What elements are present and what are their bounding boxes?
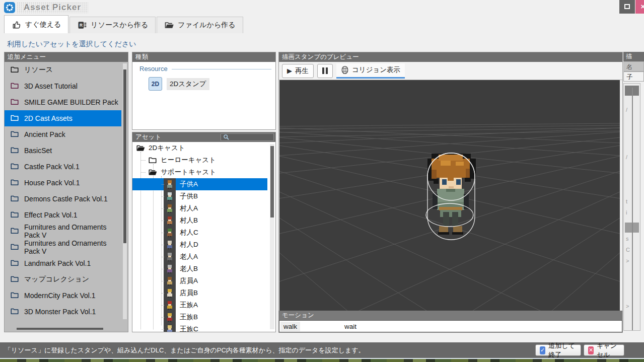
resource-doc-icon: R <box>77 20 87 30</box>
status-bar: 「リソース」に登録したスタンプや、組み込んだDLC、またはご自身のPC内各種素材… <box>0 342 644 358</box>
asset-search-input[interactable] <box>221 133 274 141</box>
sidebar-item[interactable]: ModernCity Pack Vol.1 <box>5 287 121 304</box>
tree-rows: 2Dキャストヒーローキャストサポートキャスト子供A子供B村人A村人B村人C村人D… <box>132 142 275 332</box>
thumbs-up-icon <box>12 20 22 30</box>
asset-panel: アセット 2Dキャストヒーローキャストサポートキャスト子供A子供B村人A村人B村… <box>132 132 276 332</box>
character-sprite-icon <box>164 214 176 227</box>
motion-list: walkwait <box>279 320 622 332</box>
folder-open-icon <box>148 168 158 177</box>
3d-preview-viewport[interactable] <box>279 80 620 311</box>
sidebar-item[interactable]: リソース <box>5 62 121 78</box>
tree-item[interactable]: 子供B <box>132 190 267 202</box>
sidebar-hscrollbar-thumb[interactable] <box>17 328 103 330</box>
preview-toolbar: ▶ 再生 コリジョン表示 <box>279 62 622 80</box>
tree-item[interactable]: 王族A <box>132 299 267 311</box>
folder-icon <box>10 97 20 108</box>
sidebar-item[interactable]: マップコレクション <box>5 271 121 287</box>
strip-name-label: 名 <box>623 61 644 71</box>
motion-item[interactable]: walk <box>280 322 300 331</box>
sidebar-item[interactable]: 2D Cast Assets <box>5 110 121 126</box>
folder-icon <box>10 242 20 253</box>
pause-button[interactable] <box>317 64 333 78</box>
sidebar-item[interactable]: SMILE GAME BUILDER Pack <box>5 94 121 110</box>
right-properties-strip: 描 名 子 / / t i s C > > <box>623 52 644 334</box>
maximize-button[interactable] <box>619 0 635 14</box>
sidebar-item[interactable]: Landmark Pack Vol.1 <box>5 255 121 271</box>
strip-vscrollbar[interactable] <box>632 88 633 331</box>
sidebar-item[interactable]: Castle Pack Vol.1 <box>5 159 121 175</box>
strip-name-input[interactable]: 子 <box>623 71 644 82</box>
character-sprite-icon <box>164 178 176 190</box>
check-icon: ✓ <box>540 346 545 354</box>
instruction-text: 利用したいアセットを選択してください <box>7 40 136 49</box>
add-menu-header: 追加メニュー <box>5 52 128 62</box>
collision-toggle-button[interactable]: コリジョン表示 <box>336 63 405 79</box>
close-button[interactable]: × <box>635 0 644 14</box>
folder-icon <box>10 307 20 317</box>
tree-item[interactable]: 王族B <box>132 311 267 323</box>
svg-text:R: R <box>80 23 83 28</box>
tab-3[interactable]: ファイルから作る <box>157 17 243 33</box>
sidebar-item[interactable] <box>5 320 121 324</box>
tree-item[interactable]: サポートキャスト <box>132 166 267 178</box>
strip-list[interactable]: / / t i s C > > <box>623 83 640 331</box>
tree-item[interactable]: 村人C <box>132 227 267 239</box>
folder-icon <box>10 113 20 124</box>
folder-icon <box>10 258 20 269</box>
sidebar-item[interactable]: Ancient Pack <box>5 126 121 142</box>
preview-panel-header: 描画スタンプのプレビュー <box>279 52 622 62</box>
type-panel-header: 種類 <box>132 52 275 62</box>
add-menu-panel: 追加メニュー リソース3D Asset TutorialSMILE GAME B… <box>4 52 128 332</box>
folder-closed-icon <box>148 156 158 165</box>
tab-1[interactable]: すぐ使える <box>4 15 68 33</box>
character-sprite-icon <box>164 311 176 323</box>
tree-item[interactable]: 子供A <box>132 178 267 190</box>
tree-item[interactable]: ヒーローキャスト <box>132 154 267 166</box>
folder-icon <box>10 291 20 301</box>
preview-panel: 描画スタンプのプレビュー ▶ 再生 コリジョン表示 <box>278 52 623 333</box>
sidebar-item[interactable]: House Pack Vol.1 <box>5 175 121 191</box>
folder-icon <box>10 65 20 76</box>
sidebar-item[interactable]: Demons Castle Pack Vol.1 <box>5 191 121 207</box>
add-and-finish-button[interactable]: ✓ 追加して終了 <box>535 344 581 356</box>
tree-item[interactable]: 村人A <box>132 202 267 214</box>
tree-item[interactable]: 老人B <box>132 263 267 275</box>
sidebar-item[interactable]: Furnitures and Ornaments Pack V <box>5 239 121 255</box>
folder-icon <box>10 129 20 140</box>
preview-scene <box>279 80 620 311</box>
cancel-button[interactable]: ✕ キャンセル <box>584 344 624 356</box>
tree-item[interactable]: 2Dキャスト <box>132 142 267 154</box>
tree-item[interactable]: 店員B <box>132 287 267 299</box>
window-title: Asset Picker <box>17 2 88 13</box>
tree-item[interactable]: 老人A <box>132 251 267 263</box>
asset-picker-window: Asset Picker × すぐ使えるRリソースから作るファイルから作る 利用… <box>0 0 644 362</box>
play-button[interactable]: ▶ 再生 <box>282 64 314 78</box>
motion-item[interactable]: wait <box>341 322 360 331</box>
character-sprite-icon <box>164 251 176 263</box>
sidebar-item[interactable]: Effect Pack Vol.1 <box>5 207 121 223</box>
app-logo-icon <box>4 2 15 13</box>
folder-icon <box>10 210 20 221</box>
tree-item[interactable]: 村人B <box>132 214 267 227</box>
type-panel-body: Resource 2D 2Dスタンプ <box>132 62 275 129</box>
tree-vscrollbar-thumb[interactable] <box>270 146 274 218</box>
sidebar-item[interactable]: 3D Asset Tutorial <box>5 78 121 94</box>
character-sprite-icon <box>164 275 176 287</box>
type-item-2d-stamp[interactable]: 2D 2Dスタンプ <box>149 77 209 91</box>
group-rule <box>172 69 271 69</box>
folder-icon <box>10 274 20 285</box>
character-sprite-icon <box>164 263 176 275</box>
folder-icon <box>10 146 20 156</box>
character-sprite-icon <box>164 239 176 251</box>
sidebar-item[interactable]: BasicSet <box>5 142 121 159</box>
tree-item[interactable]: 店員A <box>132 275 267 287</box>
tree-item[interactable]: 村人D <box>132 239 267 251</box>
folder-icon <box>10 162 20 172</box>
sidebar-item[interactable]: 3D Monster Pack Vol.1 <box>5 304 121 320</box>
sidebar-item[interactable]: Furnitures and Ornaments Pack V <box>5 223 121 239</box>
sidebar-vscrollbar-thumb[interactable] <box>123 69 126 243</box>
title-bar[interactable]: Asset Picker × <box>0 0 644 15</box>
folder-icon <box>10 194 20 204</box>
tab-2[interactable]: Rリソースから作る <box>69 17 156 33</box>
tree-item[interactable]: 王族C <box>132 323 267 332</box>
